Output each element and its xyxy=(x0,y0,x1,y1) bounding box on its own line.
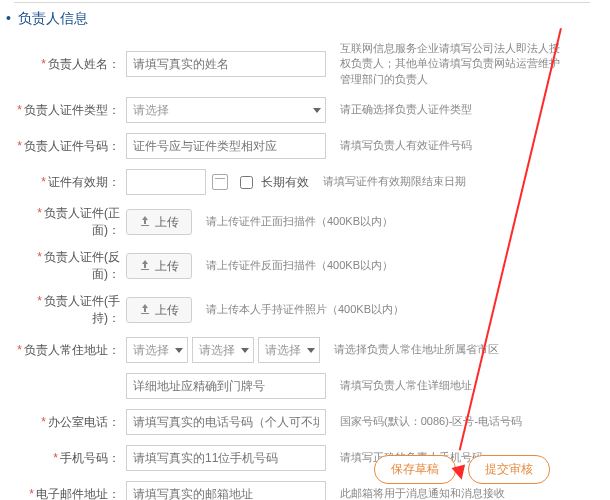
hint-email: 此邮箱将用于消息通知和消息接收 xyxy=(340,486,505,500)
save-draft-button[interactable]: 保存草稿 xyxy=(374,455,456,484)
row-address-detail: . 请填写负责人常住详细地址 xyxy=(0,368,610,404)
address-detail-input[interactable] xyxy=(126,373,326,399)
label-id-back: *负责人证件(反面)： xyxy=(16,249,126,283)
hint-id-front: 请上传证件正面扫描件（400KB以内） xyxy=(206,214,393,229)
name-input[interactable] xyxy=(126,51,326,77)
long-term-label: 长期有效 xyxy=(261,174,309,191)
hint-office-tel: 国家号码(默认：0086)-区号-电话号码 xyxy=(340,414,522,429)
long-term-checkbox[interactable] xyxy=(240,176,253,189)
upload-back-button[interactable]: 上传 xyxy=(126,253,192,279)
upload-icon xyxy=(139,259,151,274)
submit-button[interactable]: 提交审核 xyxy=(468,455,550,484)
label-validity: *证件有效期： xyxy=(16,174,126,191)
hint-id-type: 请正确选择负责人证件类型 xyxy=(340,102,472,117)
label-id-front: *负责人证件(正面)： xyxy=(16,205,126,239)
upload-icon xyxy=(139,303,151,318)
row-id-back: *负责人证件(反面)： 上传 请上传证件反面扫描件（400KB以内） xyxy=(0,244,610,288)
upload-front-button[interactable]: 上传 xyxy=(126,209,192,235)
hint-validity: 请填写证件有效期限结束日期 xyxy=(323,174,466,189)
city-select[interactable]: 请选择 xyxy=(192,337,254,363)
label-address: *负责人常住地址： xyxy=(16,342,126,359)
label-name: *负责人姓名： xyxy=(16,56,126,73)
id-number-input[interactable] xyxy=(126,133,326,159)
section-title: 负责人信息 xyxy=(0,0,610,36)
row-address: *负责人常住地址： 请选择 请选择 请选择 请选择负责人常住地址所属省市区 xyxy=(0,332,610,368)
label-id-type: *负责人证件类型： xyxy=(16,102,126,119)
label-id-hand: *负责人证件(手持)： xyxy=(16,293,126,327)
id-type-select[interactable]: 请选择 xyxy=(126,97,326,123)
label-mobile: *手机号码： xyxy=(16,450,126,467)
row-id-hand: *负责人证件(手持)： 上传 请上传本人手持证件照片（400KB以内） xyxy=(0,288,610,332)
hint-addr-detail: 请填写负责人常住详细地址 xyxy=(340,378,472,393)
email-input[interactable] xyxy=(126,481,326,500)
upload-icon xyxy=(139,215,151,230)
mobile-input[interactable] xyxy=(126,445,326,471)
hint-id-back: 请上传证件反面扫描件（400KB以内） xyxy=(206,258,393,273)
row-id-type: *负责人证件类型： 请选择 请正确选择负责人证件类型 xyxy=(0,92,610,128)
row-id-number: *负责人证件号码： 请填写负责人有效证件号码 xyxy=(0,128,610,164)
row-name: *负责人姓名： 互联网信息服务企业请填写公司法人即法人授权负责人；其他单位请填写… xyxy=(0,36,610,92)
hint-name: 互联网信息服务企业请填写公司法人即法人授权负责人；其他单位请填写负责网站运营维护… xyxy=(340,41,560,87)
district-select[interactable]: 请选择 xyxy=(258,337,320,363)
province-select[interactable]: 请选择 xyxy=(126,337,188,363)
hint-id-number: 请填写负责人有效证件号码 xyxy=(340,138,472,153)
label-id-number: *负责人证件号码： xyxy=(16,138,126,155)
calendar-icon[interactable] xyxy=(212,174,228,190)
hint-id-hand: 请上传本人手持证件照片（400KB以内） xyxy=(206,302,404,317)
row-validity: *证件有效期： 长期有效 请填写证件有效期限结束日期 xyxy=(0,164,610,200)
validity-date-input[interactable] xyxy=(126,169,206,195)
upload-hand-button[interactable]: 上传 xyxy=(126,297,192,323)
label-office-tel: *办公室电话： xyxy=(16,414,126,431)
row-office-tel: *办公室电话： 国家号码(默认：0086)-区号-电话号码 xyxy=(0,404,610,440)
hint-address: 请选择负责人常住地址所属省市区 xyxy=(334,342,499,357)
label-email: *电子邮件地址： xyxy=(16,486,126,500)
office-tel-input[interactable] xyxy=(126,409,326,435)
